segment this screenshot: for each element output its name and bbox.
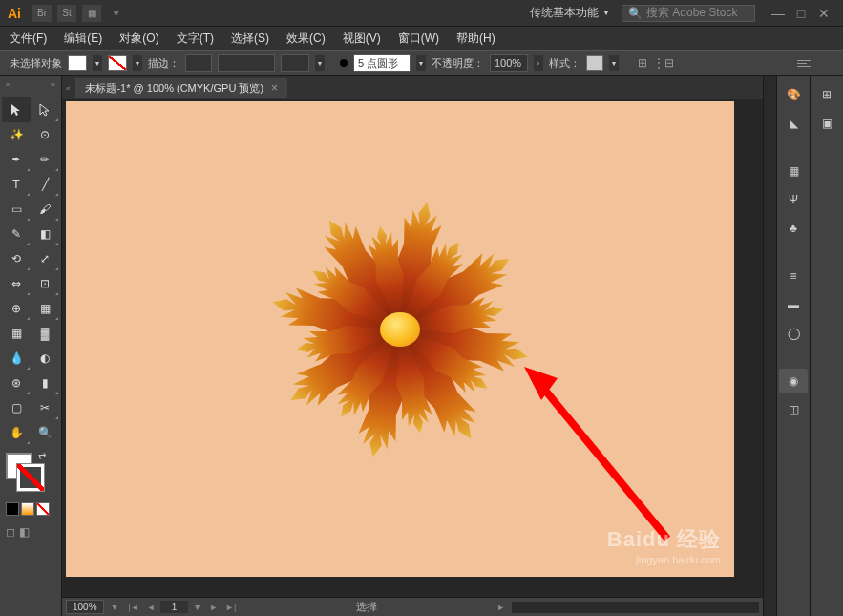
artboard-number[interactable]: 1 [160,601,189,613]
type-tool[interactable]: T [2,172,31,197]
draw-behind-icon[interactable]: ◧ [19,525,30,539]
magic-wand-tool[interactable]: ✨ [2,122,31,147]
fill-dropdown[interactable]: ▼ [93,55,102,71]
bridge-icon[interactable]: Br [32,5,52,22]
shape-builder-tool[interactable]: ⊕ [2,296,31,321]
pen-tool[interactable]: ✒ [2,147,31,172]
menu-edit[interactable]: 编辑(E) [64,31,102,47]
column-graph-tool[interactable]: ▮ [31,371,59,395]
layers-panel-icon[interactable]: ▣ [811,109,843,138]
tab-close-icon[interactable]: × [271,81,278,95]
menu-window[interactable]: 窗口(W) [398,31,439,47]
direct-selection-tool[interactable] [31,97,59,122]
swatches-panel-icon[interactable]: ▦ [777,157,810,185]
stroke-dropdown[interactable]: ▼ [133,55,142,71]
stock-icon[interactable]: St [57,5,76,22]
next-artboard-icon[interactable]: ► [206,603,221,612]
brush-definition[interactable] [281,54,309,72]
color-panel-icon[interactable]: 🎨 [777,80,810,109]
stroke-color-box[interactable] [17,464,44,491]
free-transform-tool[interactable]: ⊡ [31,271,59,296]
perspective-grid-tool[interactable]: ▦ [31,296,59,321]
draw-normal-icon[interactable]: ◻ [6,525,15,539]
selection-tool[interactable] [2,97,31,122]
brush-dropdown[interactable]: ▼ [315,55,325,71]
transparency-panel-icon[interactable]: ◯ [777,319,810,348]
libraries-panel-icon[interactable]: ⊞ [811,80,843,109]
align-icon[interactable] [797,55,812,71]
menu-object[interactable]: 对象(O) [119,31,158,47]
profile-dropdown[interactable]: ▼ [416,55,426,71]
mesh-tool[interactable]: ▦ [2,321,31,346]
preferences-icon[interactable]: ⋮⊟ [653,56,674,70]
artboard[interactable]: Baidu 经验 jingyan.baidu.com [66,101,734,577]
paintbrush-tool[interactable]: 🖌 [31,197,59,222]
maximize-button[interactable]: □ [790,5,812,22]
opacity-input[interactable] [490,54,528,72]
artboard-dropdown-icon[interactable]: ▼ [190,603,204,612]
stroke-weight-input[interactable] [185,54,212,72]
menu-type[interactable]: 文字(T) [177,31,214,47]
fill-stroke-control[interactable]: ⇄ [2,451,59,499]
opacity-arrow[interactable]: › [534,55,543,71]
style-dropdown[interactable]: ▼ [609,55,619,71]
zoom-tool[interactable]: 🔍 [31,420,59,445]
rotate-tool[interactable]: ⟲ [2,246,31,271]
graphic-styles-panel-icon[interactable]: ◫ [777,395,810,424]
eyedropper-tool[interactable]: 💧 [2,346,31,371]
zoom-dropdown-icon[interactable]: ▼ [108,603,122,612]
none-mode-swatch[interactable] [36,502,50,516]
fill-swatch[interactable] [68,55,87,71]
menu-file[interactable]: 文件(F) [10,31,47,47]
blend-tool[interactable]: ◐ [31,346,59,371]
gpu-icon[interactable]: ⛛ [107,5,126,22]
tab-collapse-icon[interactable]: « [66,84,70,93]
stroke-panel-icon[interactable]: ≡ [777,262,810,290]
rectangle-tool[interactable]: ▭ [2,197,31,222]
close-button[interactable]: ✕ [812,5,835,22]
slice-tool[interactable]: ✂ [31,395,59,420]
variable-width-profile[interactable] [218,54,275,72]
hand-tool[interactable]: ✋ [2,420,31,445]
color-guide-panel-icon[interactable]: ◣ [777,109,810,138]
width-tool[interactable]: ⇔ [2,271,31,296]
profile-select[interactable] [353,54,411,72]
panel-menu-icon[interactable]: ›› [51,80,55,96]
scale-tool[interactable]: ⤢ [31,246,59,271]
symbol-sprayer-tool[interactable]: ⊛ [2,371,31,395]
curvature-tool[interactable]: ✏ [31,147,59,172]
arrange-icon[interactable]: ▦ [82,5,101,22]
vertical-scrollbar[interactable] [763,76,776,616]
gradient-mode-swatch[interactable] [21,502,34,516]
document-tab[interactable]: 未标题-1* @ 100% (CMYK/GPU 预览) × [75,78,287,98]
status-dropdown-icon[interactable]: ► [494,603,508,612]
collapse-left-icon[interactable]: « [6,80,10,96]
canvas[interactable]: Baidu 经验 jingyan.baidu.com [62,99,763,597]
stock-search-input[interactable]: 🔍 搜索 Adobe Stock [622,5,755,22]
color-mode-swatch[interactable] [6,502,19,516]
gradient-tool[interactable]: ▓ [31,321,59,346]
menu-effect[interactable]: 效果(C) [286,31,326,47]
horizontal-scrollbar[interactable] [512,602,759,613]
prev-artboard-icon[interactable]: ◄ [144,603,158,612]
last-artboard-icon[interactable]: ►| [222,603,239,612]
doc-setup-icon[interactable]: ⊞ [638,56,647,70]
first-artboard-icon[interactable]: |◄ [126,603,142,612]
symbols-panel-icon[interactable]: ♣ [777,214,810,243]
line-tool[interactable]: ╱ [31,172,59,197]
swap-fill-stroke-icon[interactable]: ⇄ [38,451,46,461]
brushes-panel-icon[interactable]: Ψ [777,185,810,214]
menu-help[interactable]: 帮助(H) [456,31,495,47]
appearance-panel-icon[interactable]: ◉ [779,369,808,393]
lasso-tool[interactable]: ⊙ [31,122,59,147]
zoom-level[interactable]: 100% [66,600,104,614]
workspace-selector[interactable]: 传统基本功能 ▼ [530,5,610,21]
gradient-panel-icon[interactable]: ▬ [777,290,810,319]
minimize-button[interactable]: — [767,5,790,22]
menu-view[interactable]: 视图(V) [343,31,381,47]
artboard-tool[interactable]: ▢ [2,395,31,420]
stroke-swatch[interactable] [108,55,127,71]
eraser-tool[interactable]: ◧ [31,222,59,246]
shaper-tool[interactable]: ✎ [2,222,31,246]
graphic-style-swatch[interactable] [586,55,603,71]
